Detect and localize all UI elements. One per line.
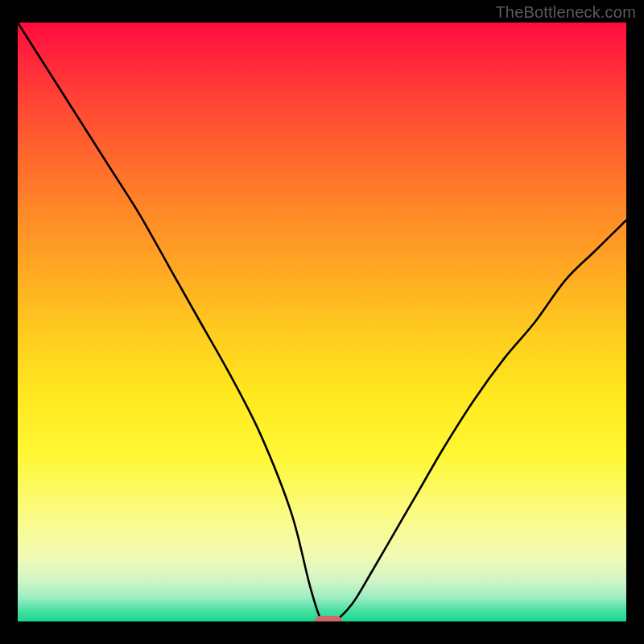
watermark-text: TheBottleneck.com [495, 3, 636, 22]
optimal-point-marker [315, 616, 342, 621]
plot-area [18, 23, 626, 621]
chart-frame: TheBottleneck.com [0, 0, 644, 644]
bottleneck-curve [18, 23, 626, 621]
